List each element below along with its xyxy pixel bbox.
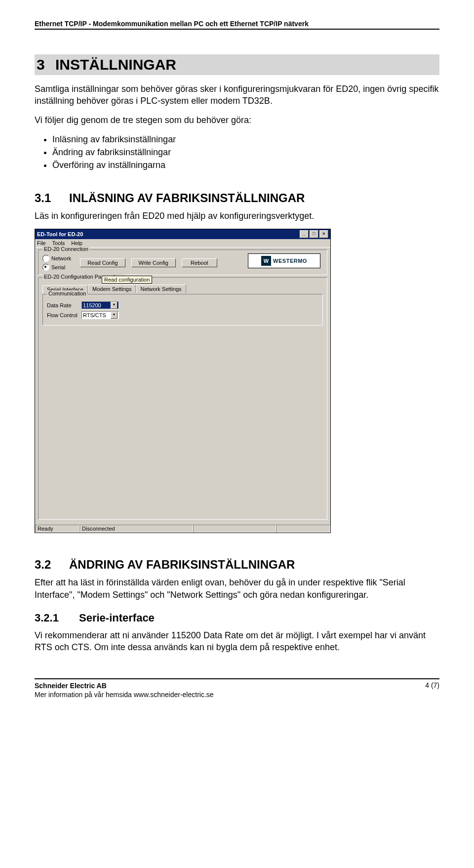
heading-3-1-title: INLÄSNING AV FABRIKSINSTÄLLNINGAR bbox=[69, 191, 305, 205]
menu-file[interactable]: File bbox=[37, 240, 46, 246]
bullet-item: Överföring av inställningarna bbox=[52, 159, 439, 171]
heading-3-2-1: 3.2.1Serie-interface bbox=[35, 612, 439, 624]
heading-3-number: 3 bbox=[37, 56, 55, 73]
menu-help[interactable]: Help bbox=[71, 240, 82, 246]
heading-3-2-1-number: 3.2.1 bbox=[35, 612, 79, 624]
bullet-item: Ändring av fabriksinställningar bbox=[52, 146, 439, 159]
status-empty bbox=[276, 525, 330, 533]
page-footer: Schneider Electric AB Mer information på… bbox=[35, 678, 439, 699]
read-config-button[interactable]: Read Config bbox=[80, 258, 125, 267]
chevron-down-icon: ▾ bbox=[111, 302, 118, 309]
footer-line2: Mer information på vår hemsida www.schne… bbox=[35, 690, 214, 699]
connection-group: ED-20 Connection Network Serial Read Con… bbox=[38, 249, 327, 275]
section321-para: Vi rekommenderar att ni använder 115200 … bbox=[35, 629, 439, 654]
footer-page-number: 4 (7) bbox=[425, 681, 439, 699]
data-rate-label: Data Rate bbox=[47, 302, 79, 308]
edtool-titlebar: ED-Tool for ED-20 _ □ × bbox=[35, 229, 330, 239]
radio-network[interactable]: Network bbox=[42, 255, 71, 262]
running-header: Ethernet TCP/IP - Modemkommunikation mel… bbox=[35, 20, 439, 30]
radio-serial[interactable]: Serial bbox=[42, 264, 71, 271]
heading-3-2-number: 3.2 bbox=[35, 558, 69, 572]
heading-3: 3INSTÄLLNINGAR bbox=[35, 54, 439, 75]
heading-3-2-1-title: Serie-interface bbox=[79, 612, 155, 624]
connection-group-title: ED-20 Connection bbox=[42, 246, 90, 252]
heading-3-2-title: ÄNDRING AV FABRIKSINSTÄLLNINGAR bbox=[69, 558, 295, 571]
status-connection: Disconnected bbox=[79, 525, 193, 533]
close-icon[interactable]: × bbox=[319, 230, 328, 238]
data-rate-value: 115200 bbox=[83, 302, 101, 308]
write-config-button[interactable]: Write Config bbox=[131, 258, 176, 267]
edtool-title-text: ED-Tool for ED-20 bbox=[37, 231, 83, 237]
heading-3-1-number: 3.1 bbox=[35, 191, 69, 205]
heading-3-2: 3.2ÄNDRING AV FABRIKSINSTÄLLNINGAR bbox=[35, 558, 439, 572]
communication-group-title: Communication bbox=[47, 290, 87, 296]
flow-control-value: RTS/CTS bbox=[83, 312, 106, 318]
radio-icon bbox=[42, 264, 49, 271]
data-rate-select[interactable]: 115200 ▾ bbox=[81, 301, 119, 309]
edtool-window: ED-Tool for ED-20 _ □ × File Tools Help … bbox=[35, 229, 331, 533]
reboot-button[interactable]: Reboot bbox=[182, 258, 217, 267]
communication-group: Communication Data Rate 115200 ▾ Flow Co… bbox=[42, 294, 323, 326]
section3-bullets: Inläsning av fabriksinställningar Ändrin… bbox=[43, 133, 439, 171]
flow-control-select[interactable]: RTS/CTS ▾ bbox=[81, 311, 119, 319]
tab-modem-settings[interactable]: Modem Settings bbox=[88, 285, 136, 293]
bullet-item: Inläsning av fabriksinställningar bbox=[52, 133, 439, 146]
radio-network-label: Network bbox=[51, 255, 71, 261]
radio-serial-label: Serial bbox=[51, 264, 65, 270]
footer-company: Schneider Electric AB bbox=[35, 681, 214, 690]
tab-network-settings[interactable]: Network Settings bbox=[136, 285, 186, 293]
section3-para1: Samtliga inställningar som behöver göras… bbox=[35, 83, 439, 107]
section32-para: Efter att ha läst in förinställda värden… bbox=[35, 577, 439, 601]
config-params-group: ED-20 Configuration Parameters Serial In… bbox=[38, 277, 327, 520]
flow-control-label: Flow Control bbox=[47, 312, 79, 318]
heading-3-1: 3.1INLÄSNING AV FABRIKSINSTÄLLNINGAR bbox=[35, 191, 439, 205]
heading-3-title: INSTÄLLNINGAR bbox=[55, 56, 176, 73]
statusbar: Ready Disconnected bbox=[35, 525, 330, 533]
status-empty bbox=[193, 525, 276, 533]
chevron-down-icon: ▾ bbox=[111, 312, 118, 319]
maximize-icon[interactable]: □ bbox=[310, 230, 318, 238]
radio-icon bbox=[42, 255, 49, 262]
section3-para2: Vi följer dig genom de tre stegen som du… bbox=[35, 114, 439, 126]
section31-para: Läs in konfigureringen från ED20 med hjä… bbox=[35, 210, 439, 222]
read-config-tooltip: Read configuration bbox=[102, 276, 152, 284]
menu-tools[interactable]: Tools bbox=[52, 240, 65, 246]
minimize-icon[interactable]: _ bbox=[300, 230, 309, 238]
empty-panel bbox=[42, 328, 323, 515]
status-ready: Ready bbox=[35, 525, 79, 533]
